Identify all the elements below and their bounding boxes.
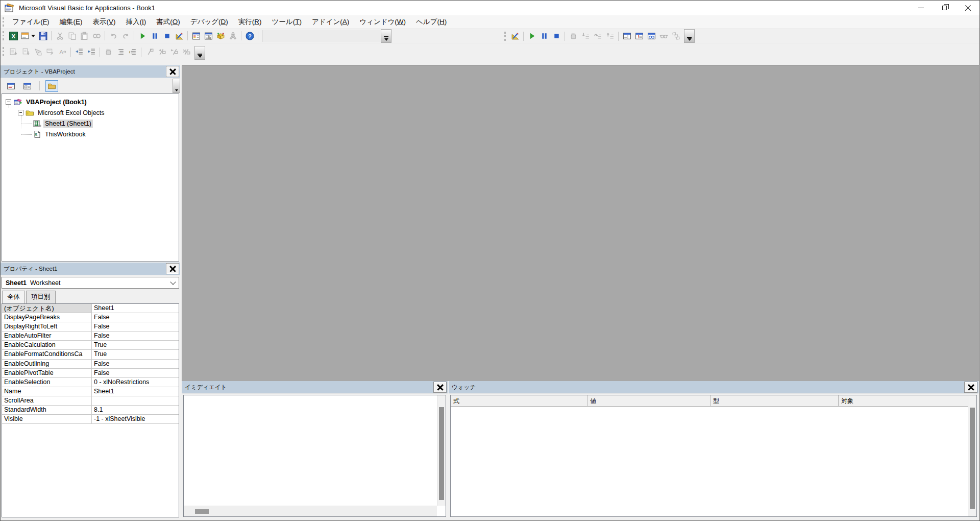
- reset-button[interactable]: [161, 30, 173, 42]
- toolbar-grip[interactable]: [3, 47, 4, 56]
- call-stack-button[interactable]: [670, 30, 682, 42]
- minimize-button[interactable]: [909, 1, 933, 15]
- property-value-cell[interactable]: False: [92, 322, 179, 331]
- horizontal-scrollbar[interactable]: [184, 506, 437, 516]
- menu-edit[interactable]: 編集(E): [55, 16, 88, 28]
- run-macro-button[interactable]: [526, 30, 538, 42]
- close-button[interactable]: [956, 1, 979, 15]
- toolbar-grip[interactable]: [3, 31, 4, 40]
- tree-node-sheet1[interactable]: Sheet1 (Sheet1): [2, 118, 179, 129]
- parameter-info-button[interactable]: [44, 46, 56, 58]
- find-button[interactable]: [90, 30, 103, 42]
- comment-block-button[interactable]: [114, 46, 127, 58]
- collapse-icon[interactable]: [6, 99, 11, 105]
- column-expression[interactable]: 式: [451, 395, 587, 406]
- watch-panel-close-button[interactable]: [964, 382, 977, 393]
- property-value-cell[interactable]: True: [92, 350, 179, 359]
- reset-button[interactable]: [550, 30, 562, 42]
- locals-window-button[interactable]: [621, 30, 633, 42]
- run-macro-button[interactable]: [136, 30, 149, 42]
- toggle-breakpoint-button[interactable]: [102, 46, 114, 58]
- paste-button[interactable]: [78, 30, 90, 42]
- property-value-cell[interactable]: False: [92, 369, 179, 377]
- insert-userform-button[interactable]: [19, 30, 37, 42]
- object-browser-button[interactable]: [214, 30, 227, 42]
- break-button[interactable]: [149, 30, 161, 42]
- property-value-cell[interactable]: False: [92, 360, 179, 368]
- view-microsoft-excel-button[interactable]: X: [7, 30, 19, 42]
- property-name-cell[interactable]: EnableFormatConditionsCa: [2, 350, 92, 359]
- undo-button[interactable]: [107, 30, 119, 42]
- tree-node-thisworkbook[interactable]: X ThisWorkbook: [2, 129, 179, 139]
- property-name-cell[interactable]: EnableCalculation: [2, 341, 92, 349]
- column-type[interactable]: 型: [710, 395, 839, 406]
- step-over-button[interactable]: [592, 30, 604, 42]
- view-object-button[interactable]: [21, 80, 34, 92]
- menu-run[interactable]: 実行(R): [233, 16, 267, 28]
- column-value[interactable]: 値: [587, 395, 710, 406]
- menu-file[interactable]: ファイル(F): [7, 16, 55, 28]
- menu-window[interactable]: ウィンドウ(W): [354, 16, 411, 28]
- tab-categorized[interactable]: 項目別: [26, 291, 56, 303]
- help-button[interactable]: ?: [243, 30, 256, 42]
- indent-button[interactable]: [73, 46, 85, 58]
- property-value-cell[interactable]: False: [92, 331, 179, 340]
- property-name-cell[interactable]: Name: [2, 387, 92, 396]
- project-panel-close-button[interactable]: [166, 66, 179, 77]
- uncomment-block-button[interactable]: [127, 46, 139, 58]
- toggle-bookmark-button[interactable]: [143, 46, 156, 58]
- immediate-panel-header[interactable]: イミディエイト: [182, 381, 448, 394]
- properties-panel-close-button[interactable]: [166, 263, 179, 274]
- property-name-cell[interactable]: Visible: [2, 415, 92, 423]
- cut-button[interactable]: [54, 30, 66, 42]
- column-context[interactable]: 対象: [839, 395, 968, 406]
- design-mode-button[interactable]: [173, 30, 185, 42]
- project-explorer-button[interactable]: [190, 30, 202, 42]
- redo-button[interactable]: [119, 30, 132, 42]
- step-into-button[interactable]: [579, 30, 592, 42]
- scrollbar-thumb[interactable]: [195, 509, 209, 514]
- toolbox-button[interactable]: [227, 30, 239, 42]
- property-value-cell[interactable]: Sheet1: [92, 304, 179, 313]
- toolbar-options-button[interactable]: [194, 46, 205, 60]
- property-name-cell[interactable]: StandardWidth: [2, 406, 92, 414]
- property-value-cell[interactable]: False: [92, 313, 179, 322]
- copy-button[interactable]: [66, 30, 78, 42]
- property-value-cell[interactable]: -1 - xlSheetVisible: [92, 415, 179, 423]
- toggle-folders-button[interactable]: [45, 80, 58, 92]
- property-name-cell[interactable]: EnableOutlining: [2, 360, 92, 368]
- previous-bookmark-button[interactable]: [168, 46, 180, 58]
- list-properties-button[interactable]: [7, 46, 19, 58]
- property-value-cell[interactable]: [92, 396, 179, 405]
- quick-info-button[interactable]: [32, 46, 44, 58]
- project-toolbar-options-button[interactable]: [173, 79, 180, 93]
- vertical-scrollbar[interactable]: [437, 395, 446, 506]
- insert-dropdown-icon[interactable]: [31, 35, 35, 37]
- toggle-breakpoint-button[interactable]: [567, 30, 579, 42]
- titlebar[interactable]: Microsoft Visual Basic for Applications …: [1, 1, 979, 15]
- menu-view[interactable]: 表示(V): [88, 16, 121, 28]
- list-constants-button[interactable]: [19, 46, 32, 58]
- toolbar-options-button[interactable]: [684, 29, 695, 43]
- property-name-cell[interactable]: EnableAutoFilter: [2, 331, 92, 340]
- vertical-scrollbar[interactable]: [968, 395, 976, 516]
- immediate-content[interactable]: [183, 395, 446, 517]
- properties-window-button[interactable]: [202, 30, 214, 42]
- menu-insert[interactable]: 挿入(I): [121, 16, 152, 28]
- clear-bookmarks-button[interactable]: [180, 46, 192, 58]
- property-name-cell[interactable]: DisplayRightToLeft: [2, 322, 92, 331]
- property-value-cell[interactable]: 8.1: [92, 406, 179, 414]
- menu-tools[interactable]: ツール(T): [267, 16, 307, 28]
- view-code-button[interactable]: [5, 80, 17, 92]
- property-name-cell[interactable]: DisplayPageBreaks: [2, 313, 92, 322]
- quick-watch-button[interactable]: [657, 30, 670, 42]
- complete-word-button[interactable]: A: [56, 46, 68, 58]
- break-button[interactable]: [538, 30, 550, 42]
- menu-addins[interactable]: アドイン(A): [307, 16, 354, 28]
- outdent-button[interactable]: [85, 46, 97, 58]
- scrollbar-thumb[interactable]: [439, 407, 444, 500]
- object-selector-combo[interactable]: Sheet1 Worksheet: [2, 277, 179, 289]
- property-value-cell[interactable]: True: [92, 341, 179, 349]
- tree-node-vbaproject[interactable]: VBAProject (Book1): [2, 97, 179, 107]
- next-bookmark-button[interactable]: [156, 46, 168, 58]
